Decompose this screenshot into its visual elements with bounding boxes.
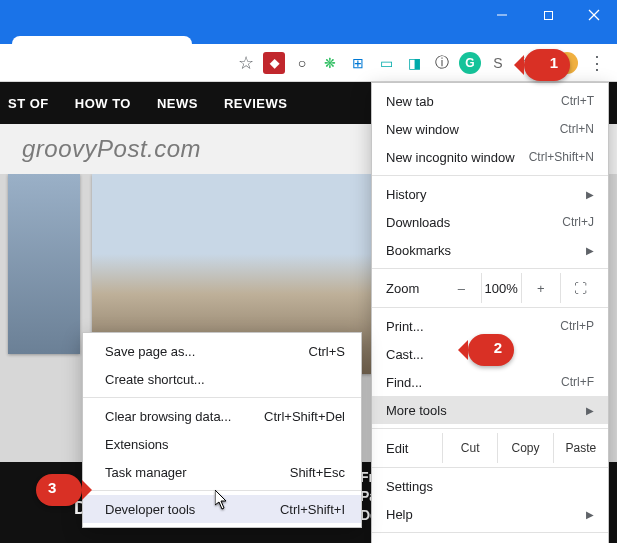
zoom-value: 100% <box>481 273 521 303</box>
zoom-label: Zoom <box>386 281 442 296</box>
fullscreen-button[interactable]: ⛶ <box>560 273 600 303</box>
submenu-save-page[interactable]: Save page as...Ctrl+S <box>83 337 361 365</box>
chevron-right-icon: ▶ <box>586 189 594 200</box>
site-nav-item[interactable]: NEWS <box>157 96 198 111</box>
site-nav-item[interactable]: HOW TO <box>75 96 131 111</box>
callout-3: 3 <box>36 474 82 506</box>
menu-settings[interactable]: Settings <box>372 472 608 500</box>
site-nav-item[interactable]: REVIEWS <box>224 96 287 111</box>
submenu-task-manager[interactable]: Task managerShift+Esc <box>83 458 361 486</box>
menu-new-window[interactable]: New windowCtrl+N <box>372 115 608 143</box>
tab-icon[interactable]: ▭ <box>375 52 397 74</box>
star-icon[interactable]: ☆ <box>235 52 257 74</box>
chevron-right-icon: ▶ <box>586 245 594 256</box>
menu-help[interactable]: Help▶ <box>372 500 608 528</box>
submenu-create-shortcut[interactable]: Create shortcut... <box>83 365 361 393</box>
s-icon[interactable]: S <box>487 52 509 74</box>
maximize-button[interactable] <box>525 0 571 30</box>
close-button[interactable] <box>571 0 617 30</box>
mouse-cursor-icon <box>215 490 229 510</box>
menu-exit[interactable]: Exit <box>372 537 608 543</box>
menu-zoom: Zoom – 100% + ⛶ <box>372 273 608 303</box>
evernote-icon[interactable]: ❋ <box>319 52 341 74</box>
active-tab[interactable] <box>12 36 192 44</box>
callout-1: 1 <box>524 49 570 81</box>
minimize-button[interactable] <box>479 0 525 30</box>
callout-2: 2 <box>468 334 514 366</box>
menu-bookmarks[interactable]: Bookmarks▶ <box>372 236 608 264</box>
article-thumbnail[interactable] <box>8 174 80 354</box>
menu-edit: Edit Cut Copy Paste <box>372 433 608 463</box>
menu-history[interactable]: History▶ <box>372 180 608 208</box>
grammarly-icon[interactable]: G <box>459 52 481 74</box>
adobe-icon[interactable]: ◆ <box>263 52 285 74</box>
kebab-menu-button[interactable]: ⋮ <box>583 49 611 77</box>
info-icon[interactable]: ⓘ <box>431 52 453 74</box>
window-titlebar <box>0 0 617 30</box>
chevron-right-icon: ▶ <box>586 405 594 416</box>
square-icon[interactable]: ◨ <box>403 52 425 74</box>
chrome-main-menu: New tabCtrl+T New windowCtrl+N New incog… <box>371 82 609 543</box>
menu-new-tab[interactable]: New tabCtrl+T <box>372 87 608 115</box>
menu-more-tools[interactable]: More tools▶ <box>372 396 608 424</box>
zoom-out-button[interactable]: – <box>442 273 481 303</box>
copy-button[interactable]: Copy <box>497 433 552 463</box>
submenu-extensions[interactable]: Extensions <box>83 430 361 458</box>
submenu-clear-data[interactable]: Clear browsing data...Ctrl+Shift+Del <box>83 402 361 430</box>
zoom-in-button[interactable]: + <box>521 273 561 303</box>
site-nav-item[interactable]: ST OF <box>8 96 49 111</box>
windows-icon[interactable]: ⊞ <box>347 52 369 74</box>
menu-incognito[interactable]: New incognito windowCtrl+Shift+N <box>372 143 608 171</box>
edit-label: Edit <box>386 441 442 456</box>
chevron-right-icon: ▶ <box>586 509 594 520</box>
menu-find[interactable]: Find...Ctrl+F <box>372 368 608 396</box>
svg-rect-1 <box>544 11 552 19</box>
menu-downloads[interactable]: DownloadsCtrl+J <box>372 208 608 236</box>
tab-strip <box>0 30 617 44</box>
omega-icon[interactable]: ○ <box>291 52 313 74</box>
site-logo[interactable]: groovyPost.com <box>22 135 201 163</box>
cut-button[interactable]: Cut <box>442 433 497 463</box>
paste-button[interactable]: Paste <box>553 433 608 463</box>
